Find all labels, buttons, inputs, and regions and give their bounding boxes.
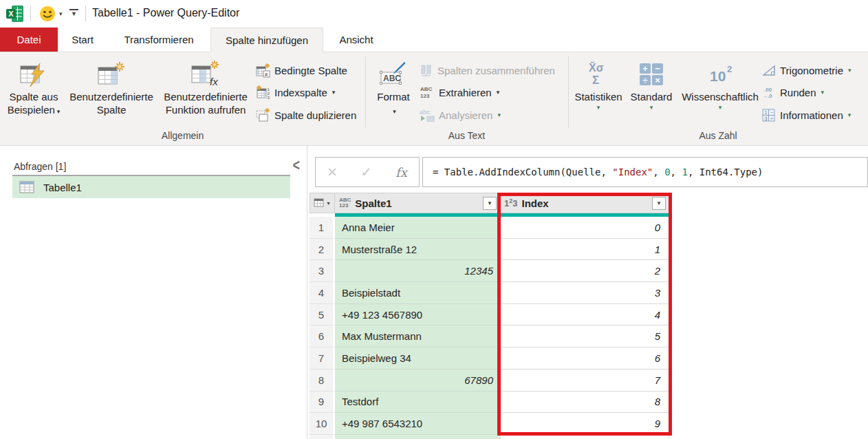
tab-ansicht[interactable]: Ansicht [323, 28, 389, 52]
queries-pane: Abfragen [1] Tabelle1 < [0, 146, 307, 439]
cell-index[interactable]: 4 [500, 304, 669, 326]
cell-spalte1[interactable]: +49 123 4567890 [335, 304, 500, 326]
fx-icon[interactable]: fx [395, 165, 407, 180]
row-number[interactable]: 3 [310, 260, 335, 282]
trigonometrie-button[interactable]: Trigonometrie ▾ [762, 62, 851, 78]
svg-text:ABC: ABC [383, 74, 401, 83]
button-label: Spalte [97, 104, 127, 116]
statistiken-button[interactable]: X̄σ Σ Statistiken ▾ [571, 58, 626, 128]
extract-abc123-icon: ABC 123 [420, 85, 435, 99]
cell-spalte1[interactable]: Musterstraße 12 [335, 239, 500, 261]
filter-dropdown-button[interactable]: ▼ [483, 197, 497, 210]
benutzerdefinierte-funktion-aufrufen-button[interactable]: fx Benutzerdefinierte Funktion aufrufen [158, 58, 253, 128]
svg-text:.00: .00 [764, 87, 772, 93]
cell-index[interactable] [500, 435, 669, 439]
column-header-index[interactable]: 123 Index ▼ [500, 193, 669, 213]
row-number[interactable]: 1 [310, 217, 335, 239]
cell-spalte1[interactable] [335, 435, 500, 439]
formula-input[interactable]: = Table.AddIndexColumn(Quelle, "Index", … [422, 157, 868, 187]
cell-spalte1[interactable]: Anna Meier [335, 217, 500, 239]
bedingte-spalte-button[interactable]: ≠ Bedingte Spalte [256, 62, 347, 78]
table-fx-icon: fx [191, 61, 221, 88]
svg-text:→.0: →.0 [762, 93, 772, 99]
cell-index[interactable]: 5 [500, 325, 669, 347]
cell-index[interactable]: 1 [500, 239, 669, 261]
cell-index[interactable]: 8 [500, 392, 669, 414]
button-label: Runden [780, 87, 816, 98]
table-select-all-button[interactable]: ▼ [310, 193, 335, 213]
cancel-formula-icon[interactable]: × [327, 164, 337, 180]
formula-token: , Int64.Type) [688, 167, 763, 178]
indexspalte-button[interactable]: 1 2 3 Indexspalte ▾ [256, 84, 335, 100]
cell-spalte1[interactable]: 12345 [335, 260, 500, 282]
row-number[interactable]: 6 [310, 325, 335, 347]
tab-start[interactable]: Start [58, 28, 107, 52]
cell-index[interactable]: 3 [500, 282, 669, 304]
dropdown-arrow-icon: ▾ [497, 111, 501, 118]
formula-text: = Table.AddIndexColumn(Quelle, "Index", … [433, 167, 763, 178]
analysieren-button[interactable]: abc Analysieren ▾ [420, 107, 501, 123]
toolbar-customize-icon[interactable]: ▼ [69, 9, 78, 17]
row-number[interactable]: 9 [310, 392, 335, 414]
dropdown-arrow-icon: ▾ [393, 108, 396, 115]
row-number[interactable]: 8 [310, 370, 335, 392]
dropdown-arrow-icon: ▾ [821, 89, 825, 96]
cell-index[interactable]: 9 [500, 413, 669, 435]
table-corner-icon [314, 198, 325, 208]
tab-datei[interactable]: Datei [0, 28, 58, 52]
svg-text:X̄σ: X̄σ [589, 61, 604, 74]
ribbon-tabs: Datei Start Transformieren Spalte hinzuf… [0, 28, 868, 52]
confirm-formula-icon[interactable]: ✓ [360, 164, 372, 180]
extrahieren-button[interactable]: ABC 123 Extrahieren ▾ [420, 84, 499, 100]
cell-spalte1[interactable]: 67890 [335, 370, 500, 392]
formula-token: 0 [664, 167, 670, 178]
row-number[interactable] [310, 435, 335, 439]
tab-transformieren[interactable]: Transformieren [107, 28, 210, 52]
svg-text:ABC: ABC [420, 86, 433, 92]
standard-button[interactable]: +−÷× Standard ▾ [627, 58, 675, 128]
filter-dropdown-button[interactable]: ▼ [652, 197, 666, 210]
cell-spalte1[interactable]: Beispielweg 34 [335, 347, 500, 370]
row-number[interactable]: 7 [310, 347, 335, 370]
table-row: 3123452 [310, 260, 669, 282]
collapse-pane-icon[interactable]: < [292, 156, 300, 175]
cell-index[interactable]: 6 [500, 347, 669, 370]
cell-spalte1[interactable]: +49 987 6543210 [335, 413, 500, 435]
merge-columns-icon [420, 63, 433, 77]
trigonometry-triangle-icon [762, 64, 776, 77]
spalte-duplizieren-button[interactable]: Spalte duplizieren [256, 107, 356, 123]
tab-spalte-hinzufuegen[interactable]: Spalte hinzufügen [210, 28, 323, 52]
svg-text:Σ: Σ [592, 74, 599, 87]
cell-index[interactable]: 2 [500, 260, 669, 282]
cell-spalte1[interactable]: Testdorf [335, 392, 500, 414]
spalte-aus-beispielen-button[interactable]: Spalte aus Beispielen▾ [3, 58, 65, 128]
smiley-dropdown-icon[interactable]: ▾ [59, 10, 63, 17]
table-row: 10+49 987 65432109 [310, 413, 669, 435]
cell-index[interactable]: 0 [500, 217, 669, 239]
runden-button[interactable]: .00 →.0 Runden ▾ [762, 84, 824, 100]
column-header-spalte1[interactable]: ABC123 Spalte1 ▼ [335, 193, 500, 213]
cell-spalte1[interactable]: Beispielstadt [335, 282, 500, 304]
parse-abc-icon: abc [420, 108, 435, 122]
informationen-button[interactable]: 1 − 3 + Informationen ▾ [762, 107, 851, 123]
table-row [310, 435, 669, 439]
spalten-zusammenfuehren-button[interactable]: Spalten zusammenführen [420, 62, 555, 78]
wissenschaftlich-button[interactable]: 10 2 Wissenschaftlich ▾ [677, 58, 763, 128]
row-number[interactable]: 4 [310, 282, 335, 304]
row-number[interactable]: 10 [310, 413, 335, 435]
title-bar: X ▾ ▼ Tabelle1 - Power Query-Editor [0, 0, 868, 28]
group-separator [365, 56, 366, 128]
svg-text:123: 123 [420, 93, 430, 99]
cell-index[interactable]: 7 [500, 370, 669, 392]
main-area: Abfragen [1] Tabelle1 < × ✓ fx = Tabl [0, 146, 868, 439]
row-number[interactable]: 2 [310, 239, 335, 261]
smiley-icon[interactable] [39, 6, 56, 22]
row-number[interactable]: 5 [310, 304, 335, 326]
cell-spalte1[interactable]: Max Mustermann [335, 325, 500, 347]
format-button[interactable]: ABC Format ▾ [370, 58, 417, 128]
dropdown-arrow-icon: ▾ [848, 111, 851, 118]
benutzerdefinierte-spalte-button[interactable]: Benutzerdefinierte Spalte [66, 58, 157, 128]
button-label: Indexspalte [274, 87, 327, 98]
query-item-tabelle1[interactable]: Tabelle1 [12, 176, 290, 198]
svg-text:X: X [8, 10, 14, 18]
